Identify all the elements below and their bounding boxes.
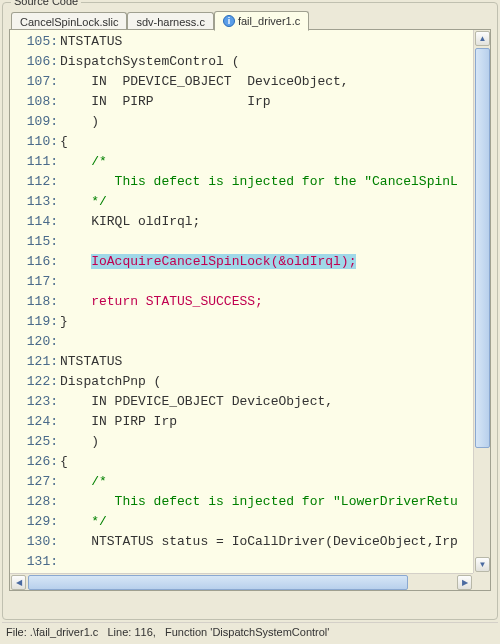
line-number: 121: bbox=[10, 352, 60, 372]
code-line[interactable]: 111: /* bbox=[10, 152, 473, 172]
line-content: This defect is injected for the "CancelS… bbox=[60, 172, 473, 192]
code-area[interactable]: 105:NTSTATUS106:DispatchSystemControl (1… bbox=[10, 30, 473, 573]
code-line[interactable]: 116: IoAcquireCancelSpinLock(&oldIrql); bbox=[10, 252, 473, 272]
source-code-groupbox: Source Code CancelSpinLock.slicsdv-harne… bbox=[2, 2, 498, 620]
code-line[interactable]: 112: This defect is injected for the "Ca… bbox=[10, 172, 473, 192]
code-line[interactable]: 121:NTSTATUS bbox=[10, 352, 473, 372]
line-number: 115: bbox=[10, 232, 60, 252]
code-line[interactable]: 126:{ bbox=[10, 452, 473, 472]
code-line[interactable]: 130: NTSTATUS status = IoCallDriver(Devi… bbox=[10, 532, 473, 552]
scroll-right-button[interactable]: ▶ bbox=[457, 575, 472, 590]
status-bar: File: .\fail_driver1.c Line: 116, Functi… bbox=[2, 622, 498, 642]
line-content: This defect is injected for "LowerDriver… bbox=[60, 492, 473, 512]
line-number: 112: bbox=[10, 172, 60, 192]
line-number: 110: bbox=[10, 132, 60, 152]
info-icon: i bbox=[223, 15, 235, 27]
line-number: 126: bbox=[10, 452, 60, 472]
line-content: DispatchPnp ( bbox=[60, 372, 473, 392]
line-number: 122: bbox=[10, 372, 60, 392]
tab-cancelspinlock-slic[interactable]: CancelSpinLock.slic bbox=[11, 12, 127, 30]
line-number: 128: bbox=[10, 492, 60, 512]
code-line[interactable]: 122:DispatchPnp ( bbox=[10, 372, 473, 392]
line-number: 123: bbox=[10, 392, 60, 412]
tab-fail-driver1-c[interactable]: ifail_driver1.c bbox=[214, 11, 309, 31]
code-line[interactable]: 114: KIRQL oldIrql; bbox=[10, 212, 473, 232]
code-line[interactable]: 113: */ bbox=[10, 192, 473, 212]
line-number: 107: bbox=[10, 72, 60, 92]
scroll-left-button[interactable]: ◀ bbox=[11, 575, 26, 590]
line-number: 129: bbox=[10, 512, 60, 532]
line-number: 120: bbox=[10, 332, 60, 352]
horizontal-scroll-thumb[interactable] bbox=[28, 575, 408, 590]
code-line[interactable]: 129: */ bbox=[10, 512, 473, 532]
line-content: NTSTATUS status = IoCallDriver(DeviceObj… bbox=[60, 532, 473, 552]
line-number: 116: bbox=[10, 252, 60, 272]
code-line[interactable]: 119:} bbox=[10, 312, 473, 332]
line-number: 114: bbox=[10, 212, 60, 232]
line-content: DispatchSystemControl ( bbox=[60, 52, 473, 72]
code-line[interactable]: 124: IN PIRP Irp bbox=[10, 412, 473, 432]
code-line[interactable]: 120: bbox=[10, 332, 473, 352]
status-func-value: 'DispatchSystemControl' bbox=[210, 626, 329, 638]
line-content: /* bbox=[60, 472, 473, 492]
line-number: 105: bbox=[10, 32, 60, 52]
line-content: NTSTATUS bbox=[60, 352, 473, 372]
status-func-label: Function bbox=[165, 626, 207, 638]
line-content: */ bbox=[60, 512, 473, 532]
status-line-label: Line: bbox=[108, 626, 132, 638]
code-line[interactable]: 117: bbox=[10, 272, 473, 292]
code-line[interactable]: 118: return STATUS_SUCCESS; bbox=[10, 292, 473, 312]
code-line[interactable]: 127: /* bbox=[10, 472, 473, 492]
scroll-up-button[interactable]: ▲ bbox=[475, 31, 490, 46]
line-number: 113: bbox=[10, 192, 60, 212]
code-line[interactable]: 110:{ bbox=[10, 132, 473, 152]
line-number: 111: bbox=[10, 152, 60, 172]
tab-sdv-harness-c[interactable]: sdv-harness.c bbox=[127, 12, 213, 30]
status-file-label: File: bbox=[6, 626, 27, 638]
code-line[interactable]: 105:NTSTATUS bbox=[10, 32, 473, 52]
code-line[interactable]: 128: This defect is injected for "LowerD… bbox=[10, 492, 473, 512]
code-line[interactable]: 108: IN PIRP Irp bbox=[10, 92, 473, 112]
line-number: 109: bbox=[10, 112, 60, 132]
line-number: 124: bbox=[10, 412, 60, 432]
line-content: ) bbox=[60, 432, 473, 452]
line-content: KIRQL oldIrql; bbox=[60, 212, 473, 232]
code-line[interactable]: 115: bbox=[10, 232, 473, 252]
scrollbar-corner bbox=[473, 573, 490, 590]
line-number: 119: bbox=[10, 312, 60, 332]
vertical-scrollbar[interactable]: ▲ ▼ bbox=[473, 30, 490, 573]
chevron-left-icon: ◀ bbox=[16, 578, 22, 587]
chevron-down-icon: ▼ bbox=[479, 560, 487, 569]
vertical-scroll-thumb[interactable] bbox=[475, 48, 490, 448]
line-content: IN PDEVICE_OBJECT DeviceObject, bbox=[60, 392, 473, 412]
horizontal-scrollbar[interactable]: ◀ ▶ bbox=[10, 573, 473, 590]
code-line[interactable]: 109: ) bbox=[10, 112, 473, 132]
line-number: 118: bbox=[10, 292, 60, 312]
chevron-right-icon: ▶ bbox=[462, 578, 468, 587]
line-content: */ bbox=[60, 192, 473, 212]
tab-label: fail_driver1.c bbox=[238, 15, 300, 27]
status-line-value: 116, bbox=[134, 626, 155, 638]
scroll-down-button[interactable]: ▼ bbox=[475, 557, 490, 572]
tab-bar: CancelSpinLock.slicsdv-harness.cifail_dr… bbox=[9, 11, 491, 30]
code-line[interactable]: 107: IN PDEVICE_OBJECT DeviceObject, bbox=[10, 72, 473, 92]
code-line[interactable]: 123: IN PDEVICE_OBJECT DeviceObject, bbox=[10, 392, 473, 412]
tab-label: sdv-harness.c bbox=[136, 16, 204, 28]
code-frame: 105:NTSTATUS106:DispatchSystemControl (1… bbox=[9, 29, 491, 591]
highlighted-code: IoAcquireCancelSpinLock(&oldIrql); bbox=[91, 254, 356, 269]
line-number: 117: bbox=[10, 272, 60, 292]
chevron-up-icon: ▲ bbox=[479, 34, 487, 43]
line-number: 131: bbox=[10, 552, 60, 572]
code-line[interactable]: 106:DispatchSystemControl ( bbox=[10, 52, 473, 72]
line-content: return STATUS_SUCCESS; bbox=[60, 292, 473, 312]
line-number: 125: bbox=[10, 432, 60, 452]
line-content: /* bbox=[60, 152, 473, 172]
line-content: IN PDEVICE_OBJECT DeviceObject, bbox=[60, 72, 473, 92]
groupbox-title: Source Code bbox=[11, 0, 81, 7]
line-number: 106: bbox=[10, 52, 60, 72]
line-content: IN PIRP Irp bbox=[60, 412, 473, 432]
code-line[interactable]: 125: ) bbox=[10, 432, 473, 452]
code-line[interactable]: 131: bbox=[10, 552, 473, 572]
line-number: 127: bbox=[10, 472, 60, 492]
line-content: NTSTATUS bbox=[60, 32, 473, 52]
